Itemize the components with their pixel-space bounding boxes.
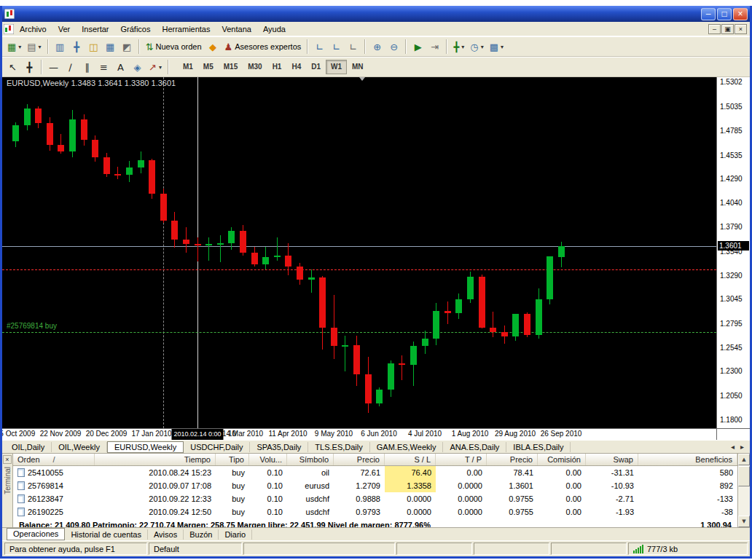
fibonacci-button[interactable]: ≡ bbox=[95, 59, 112, 75]
line-chart-button[interactable]: ∟ bbox=[345, 39, 361, 55]
title-bar[interactable]: –□× bbox=[2, 6, 750, 22]
periods-button[interactable]: ◷▾ bbox=[467, 39, 486, 55]
chart-tab-ibla-es-daily[interactable]: IBLA.ES,Daily bbox=[506, 442, 571, 452]
data-window-button[interactable]: ╋ bbox=[68, 39, 85, 55]
scroll-up-icon[interactable]: ▲ bbox=[738, 454, 750, 465]
chart-tab-spa35-daily[interactable]: SPA35,Daily bbox=[250, 442, 308, 452]
navigator-button[interactable]: ◫ bbox=[85, 39, 102, 55]
order-row[interactable]: 261238472010.09.22 12:33buy0.10usdchf0.9… bbox=[13, 492, 737, 505]
mdi-close-button[interactable]: × bbox=[735, 24, 747, 34]
menu-ver[interactable]: Ver bbox=[52, 23, 77, 35]
profiles-button[interactable]: ▤▾ bbox=[24, 39, 44, 55]
chart-tab-tls-es-daily[interactable]: TLS.ES,Daily bbox=[308, 442, 369, 452]
scroll-thumb[interactable] bbox=[738, 466, 750, 486]
new-order-button[interactable]: ⇅Nueva orden bbox=[143, 39, 205, 55]
templates-button[interactable]: ▩▾ bbox=[487, 39, 506, 55]
chart-tab-usdchf-daily[interactable]: USDCHF,Daily bbox=[184, 442, 250, 452]
chart-tab-eurusd-weekly[interactable]: EURUSD,Weekly bbox=[107, 441, 184, 453]
timeframe-w1[interactable]: W1 bbox=[326, 60, 347, 74]
menu-archivo[interactable]: Archivo bbox=[14, 23, 52, 35]
column-header-precio[interactable]: Precio bbox=[334, 454, 385, 465]
arrows-button[interactable]: ↗▾ bbox=[146, 59, 165, 75]
crosshair-button[interactable]: ╋ bbox=[21, 59, 38, 75]
arrows-dropdown-icon[interactable]: ▾ bbox=[159, 64, 162, 71]
timeframe-m5[interactable]: M5 bbox=[198, 60, 219, 74]
order-row[interactable]: 261902252010.09.24 12:50buy0.10usdchf0.9… bbox=[13, 505, 737, 518]
order-row[interactable]: 254100552010.08.24 15:23buy0.10oil72.617… bbox=[13, 466, 737, 479]
terminal-button[interactable]: ▦ bbox=[102, 39, 119, 55]
auto-scroll-button[interactable]: ▶ bbox=[410, 39, 426, 55]
scroll-down-icon[interactable]: ▼ bbox=[738, 516, 750, 527]
date-axis[interactable]: 25 Oct 200922 Nov 200920 Dec 200917 Jan … bbox=[2, 429, 716, 440]
column-header-s-l[interactable]: S / L bbox=[385, 454, 436, 465]
menu-graficos[interactable]: Gráficos bbox=[115, 23, 157, 35]
terminal-tab-buzon[interactable]: Buzón bbox=[184, 529, 219, 540]
chart-shift-button[interactable]: ⇥ bbox=[426, 39, 443, 55]
minimize-button[interactable]: – bbox=[701, 8, 716, 20]
terminal-tab-historial-de-cuentas[interactable]: Historial de cuentas bbox=[65, 529, 148, 540]
profiles-dropdown-icon[interactable]: ▾ bbox=[39, 44, 42, 50]
chart-plot[interactable]: EURUSD,Weekly 1.3483 1.3641 1.3380 1.360… bbox=[2, 77, 716, 428]
menu-ventana[interactable]: Ventana bbox=[216, 23, 257, 35]
strategy-tester-button[interactable]: ◩ bbox=[119, 39, 136, 55]
timeframe-d1[interactable]: D1 bbox=[306, 60, 326, 74]
terminal-tab-diario[interactable]: Diario bbox=[219, 529, 252, 540]
terminal-tab-operaciones[interactable]: Operaciones bbox=[7, 528, 65, 540]
column-header-tipo[interactable]: Tipo bbox=[216, 454, 249, 465]
periods-dropdown-icon[interactable]: ▾ bbox=[481, 44, 484, 50]
column-header-simbolo[interactable]: Símbolo bbox=[287, 454, 334, 465]
metaeditor-button[interactable]: ◆ bbox=[205, 39, 222, 55]
cursor-button[interactable]: ↖ bbox=[4, 59, 21, 75]
column-header-swap[interactable]: Swap bbox=[586, 454, 638, 465]
text-button[interactable]: A bbox=[112, 59, 129, 75]
chart-tab-oil-weekly[interactable]: OIL,Weekly bbox=[52, 442, 107, 452]
terminal-close-button[interactable]: × bbox=[3, 455, 12, 464]
timeframe-m30[interactable]: M30 bbox=[243, 60, 267, 74]
horizontal-line-button[interactable]: — bbox=[45, 59, 62, 75]
trendline-button[interactable]: ∕ bbox=[62, 59, 79, 75]
chart-tab-ana-es-daily[interactable]: ANA.ES,Daily bbox=[443, 442, 506, 452]
expert-advisors-button[interactable]: ♟Asesores expertos bbox=[222, 39, 305, 55]
chart-tab-oil-daily[interactable]: OIL,Daily bbox=[5, 442, 52, 452]
column-header-t-p[interactable]: T / P bbox=[436, 454, 487, 465]
timeframe-h4[interactable]: H4 bbox=[286, 60, 306, 74]
order-row[interactable]: 257698142010.09.07 17:08buy0.10eurusd1.2… bbox=[13, 479, 737, 492]
maximize-button[interactable]: □ bbox=[717, 8, 732, 20]
mdi-restore-button[interactable]: ▣ bbox=[721, 24, 734, 34]
chart-tab-gam-es-weekly[interactable]: GAM.ES,Weekly bbox=[370, 442, 444, 452]
terminal-scrollbar[interactable]: ▲ ▼ bbox=[737, 454, 750, 527]
price-axis[interactable]: 1.53021.50351.47851.45351.42901.40401.37… bbox=[716, 77, 750, 428]
menu-herramientas[interactable]: Herramientas bbox=[156, 23, 216, 35]
chart-tab-scroll-right-icon[interactable]: ▸ bbox=[737, 443, 747, 451]
timeframe-m1[interactable]: M1 bbox=[178, 60, 198, 74]
text-label-button[interactable]: ◈ bbox=[129, 59, 146, 75]
market-watch-button[interactable]: ▥ bbox=[52, 39, 68, 55]
indicators-dropdown-icon[interactable]: ▾ bbox=[461, 44, 464, 50]
zoom-in-button[interactable]: ⊕ bbox=[369, 39, 385, 55]
bar-chart-button[interactable]: ∟ bbox=[311, 39, 328, 55]
terminal-tab-avisos[interactable]: Avisos bbox=[148, 529, 184, 540]
column-header-comision[interactable]: Comisión bbox=[538, 454, 586, 465]
scroll-track[interactable] bbox=[738, 487, 750, 516]
equidistant-channel-button[interactable]: ∥ bbox=[79, 59, 95, 75]
status-profile[interactable]: Default bbox=[149, 543, 242, 555]
mdi-minimize-button[interactable]: – bbox=[708, 24, 721, 34]
column-header-precio[interactable]: Precio bbox=[487, 454, 538, 465]
chart-tab-scroll-left-icon[interactable]: ◂ bbox=[728, 443, 737, 451]
column-header-beneficios[interactable]: Beneficios bbox=[638, 454, 737, 465]
templates-dropdown-icon[interactable]: ▾ bbox=[501, 44, 504, 50]
menu-ayuda[interactable]: Ayuda bbox=[257, 23, 291, 35]
close-button[interactable]: × bbox=[733, 8, 748, 20]
timeframe-m15[interactable]: M15 bbox=[219, 60, 243, 74]
new-chart-dropdown-icon[interactable]: ▾ bbox=[18, 44, 21, 50]
timeframe-mn[interactable]: MN bbox=[347, 60, 369, 74]
column-header-tiempo[interactable]: Tiempo bbox=[95, 454, 216, 465]
zoom-out-button[interactable]: ⊖ bbox=[385, 39, 402, 55]
candlestick-chart-button[interactable]: ∟ bbox=[328, 39, 345, 55]
timeframe-h1[interactable]: H1 bbox=[267, 60, 287, 74]
column-header-volu[interactable]: Volu... bbox=[249, 454, 287, 465]
column-header-orden[interactable]: Orden/ bbox=[13, 454, 95, 465]
new-chart-button[interactable]: ▦▾ bbox=[4, 39, 24, 55]
indicators-button[interactable]: ╋▾ bbox=[450, 39, 467, 55]
menu-insertar[interactable]: Insertar bbox=[76, 23, 114, 35]
